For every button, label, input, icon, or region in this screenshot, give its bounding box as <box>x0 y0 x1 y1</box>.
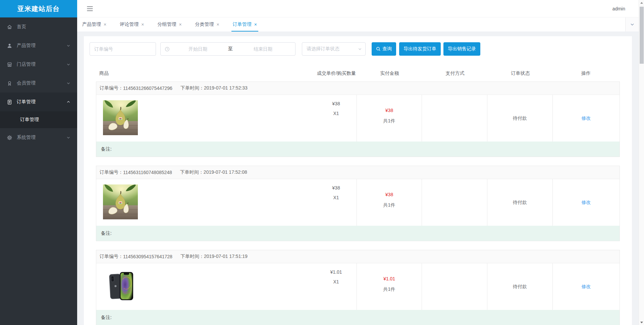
vertical-scrollbar[interactable] <box>639 0 644 325</box>
hamburger-menu-icon[interactable] <box>87 6 93 11</box>
order-row: ¥1.01 X1 ¥1.01 共1件 待付款 修改 <box>96 263 620 310</box>
clock-icon <box>165 47 170 52</box>
sidebar-subitem-order-management[interactable]: 订单管理 <box>0 111 77 128</box>
paid-amount: ¥38 <box>357 108 422 113</box>
unit-price: ¥38 <box>316 101 357 106</box>
search-button[interactable]: 查询 <box>372 42 396 56</box>
order-remark-row: 备注: <box>96 310 620 325</box>
modify-link[interactable]: 修改 <box>582 200 591 206</box>
col-header-actions: 操作 <box>553 70 619 76</box>
user-menu[interactable]: admin <box>612 6 625 11</box>
tab-list-dropdown-button[interactable] <box>625 17 639 32</box>
sidebar: 亚米建站后台 首页 产品管理 门店管理 <box>0 0 77 325</box>
sidebar-item-members[interactable]: 会员管理 <box>0 74 77 93</box>
tab-categories[interactable]: 分类管理 × <box>195 17 219 32</box>
order-no-value: 1145630954157641728 <box>123 254 172 259</box>
sidebar-item-stores[interactable]: 门店管理 <box>0 55 77 74</box>
order-number-input[interactable] <box>90 42 156 56</box>
store-icon <box>7 62 12 67</box>
top-header: admin <box>77 0 639 17</box>
quantity: X1 <box>316 279 357 284</box>
tab-comments[interactable]: 评论管理 × <box>120 17 144 32</box>
tab-label: 订单管理 <box>233 21 252 28</box>
order-group-header: 订单编号：1145631160748085248 下单时间：2019-07-01… <box>96 166 620 179</box>
order-group-header: 订单编号：1145630954157641728 下单时间：2019-07-01… <box>96 250 620 263</box>
col-header-unit-price-qty: 成交单价/购买数量 <box>316 70 357 76</box>
close-icon[interactable]: × <box>254 22 257 27</box>
chevron-up-icon <box>66 100 70 104</box>
paid-amount: ¥38 <box>357 192 422 197</box>
order-group-header: 订单编号：1145631266075447296 下单时间：2019-07-01… <box>96 82 620 95</box>
main-content: 至 请选择订单状态 查询 导出待发货订单 导出销售记录 <box>77 32 639 325</box>
order-status: 待付款 <box>487 179 553 226</box>
search-icon <box>376 47 381 51</box>
close-icon[interactable]: × <box>104 22 106 27</box>
order-no-label: 订单编号： <box>100 254 123 260</box>
user-icon <box>7 43 12 49</box>
paid-amount: ¥1.01 <box>357 276 422 281</box>
chevron-down-icon <box>66 81 70 85</box>
sidebar-item-orders[interactable]: 订单管理 <box>0 93 77 111</box>
product-image-pear[interactable] <box>103 100 138 135</box>
modify-link[interactable]: 修改 <box>582 284 591 290</box>
order-group: 订单编号：1145631266075447296 下单时间：2019-07-01… <box>96 82 620 157</box>
filter-bar: 至 请选择订单状态 查询 导出待发货订单 导出销售记录 <box>84 36 632 56</box>
tab-products[interactable]: 产品管理 × <box>82 17 106 32</box>
tab-label: 分组管理 <box>157 21 176 28</box>
tab-groups[interactable]: 分组管理 × <box>157 17 181 32</box>
orders-table: 商品 成交单价/购买数量 实付金额 支付方式 订单状态 操作 订单编号：1145… <box>96 67 620 325</box>
order-doc-icon <box>7 99 12 105</box>
date-range-picker[interactable]: 至 <box>160 42 296 56</box>
gear-icon <box>7 135 12 141</box>
modify-link[interactable]: 修改 <box>582 115 591 121</box>
tab-label: 评论管理 <box>120 21 139 28</box>
sidebar-item-label: 门店管理 <box>17 61 66 67</box>
sidebar-item-system[interactable]: 系统管理 <box>0 128 77 147</box>
tab-label: 分类管理 <box>195 21 214 28</box>
col-header-goods: 商品 <box>96 70 109 76</box>
scroll-down-arrow[interactable] <box>639 320 644 325</box>
end-date-input[interactable] <box>235 46 291 52</box>
close-icon[interactable]: × <box>141 22 144 27</box>
start-date-input[interactable] <box>170 46 226 52</box>
sidebar-item-label: 产品管理 <box>17 43 66 49</box>
tab-orders[interactable]: 订单管理 × <box>233 17 257 32</box>
col-header-paid-amount: 实付金额 <box>357 70 422 76</box>
order-time-value: 2019-07-01 17:52:33 <box>204 85 248 91</box>
order-status-select[interactable]: 请选择订单状态 <box>302 42 366 56</box>
app-logo: 亚米建站后台 <box>0 0 77 17</box>
payment-method-cell <box>422 179 487 226</box>
sidebar-group-orders: 订单管理 订单管理 <box>0 93 77 128</box>
sidebar-menu: 首页 产品管理 门店管理 会员管理 <box>0 17 77 147</box>
sidebar-item-label: 订单管理 <box>17 99 66 105</box>
quantity: X1 <box>316 195 357 200</box>
chevron-down-icon <box>66 62 70 66</box>
order-no-value: 1145631266075447296 <box>123 86 172 91</box>
sidebar-subitem-label: 订单管理 <box>20 117 39 123</box>
unit-price: ¥1.01 <box>316 269 357 275</box>
order-no-label: 订单编号： <box>100 169 123 175</box>
export-pending-orders-button[interactable]: 导出待发货订单 <box>399 42 441 56</box>
sidebar-item-label: 会员管理 <box>17 80 66 86</box>
sidebar-item-home[interactable]: 首页 <box>0 17 77 36</box>
item-count: 共1件 <box>357 118 422 124</box>
unit-price: ¥38 <box>316 185 357 191</box>
export-sales-records-button[interactable]: 导出销售记录 <box>443 42 480 56</box>
remark-label: 备注: <box>101 146 112 152</box>
scroll-up-arrow[interactable] <box>639 0 644 5</box>
col-header-order-status: 订单状态 <box>488 70 553 76</box>
close-icon[interactable]: × <box>179 22 181 27</box>
order-row: ¥38 X1 ¥38 共1件 待付款 修改 <box>96 179 620 226</box>
order-remark-row: 备注: <box>96 226 620 241</box>
order-no-value: 1145631160748085248 <box>123 170 172 175</box>
close-icon[interactable]: × <box>217 22 219 27</box>
order-status: 待付款 <box>487 263 553 310</box>
remark-label: 备注: <box>101 230 112 236</box>
product-image-iphone[interactable] <box>103 269 138 304</box>
sidebar-item-products[interactable]: 产品管理 <box>0 36 77 55</box>
product-image-pear[interactable] <box>103 184 138 219</box>
order-time-label: 下单时间： <box>180 85 204 91</box>
scrollbar-thumb[interactable] <box>640 7 644 64</box>
order-time-value: 2019-07-01 17:51:19 <box>204 254 248 259</box>
home-icon <box>7 24 12 30</box>
